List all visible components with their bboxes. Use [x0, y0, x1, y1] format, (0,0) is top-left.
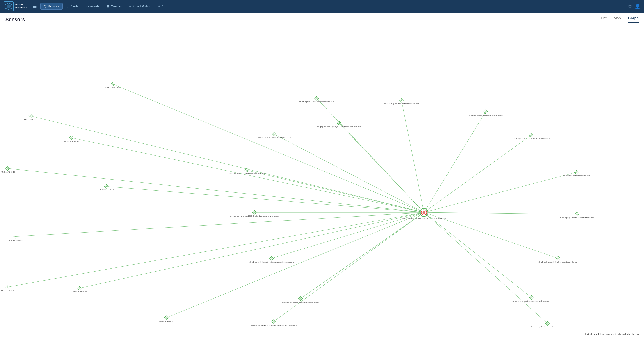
logo-box: N [4, 1, 14, 11]
nav-item-alerts[interactable]: ◇ Alerts [64, 3, 82, 10]
tab-list[interactable]: List [601, 16, 606, 23]
sensor-node[interactable]: i-ARC-10.41.48.16 [8, 235, 23, 241]
svg-marker-29 [112, 83, 114, 85]
sensor-label: lab-sg-hyperv-master.intra.nozominetwork… [512, 300, 551, 302]
svg-line-9 [8, 212, 424, 287]
svg-line-25 [424, 212, 531, 297]
arc-icon: ⌖ [158, 5, 160, 8]
svg-line-17 [424, 135, 531, 212]
sensor-label: ch-lab-sg-ns-hs-1.intra.nozominetworks.c… [256, 136, 292, 138]
sensor-node[interactable]: lab-sg-hyperv-master.intra.nozominetwork… [512, 295, 551, 302]
nav-right: ⚙ 👤 [628, 4, 640, 9]
tab-map[interactable]: Map [614, 16, 621, 23]
sensor-node[interactable]: lab-sg-nsg1-1.intra.nozominetworks.com [531, 321, 564, 328]
svg-line-6 [8, 168, 424, 212]
svg-marker-61 [575, 171, 578, 173]
svg-marker-51 [484, 111, 487, 113]
svg-line-21 [424, 212, 577, 214]
sensor-label: i-ARC-10.41.48.16 [64, 140, 79, 142]
sensor-node[interactable]: lab-r50.intra.nozominetworks.com [563, 170, 590, 177]
svg-line-13 [401, 100, 424, 212]
sensor-label: ch-qa-g-std-nagiva-gem-dyn-1.intra.nozom… [251, 324, 296, 326]
assets-icon: ▭ [86, 5, 89, 8]
sensor-label: i-ARC-10.41.48.16 [0, 171, 15, 173]
alerts-icon: ◇ [67, 5, 69, 8]
nav-item-smart-polling[interactable]: ⟡ Smart Polling [126, 3, 154, 10]
nav-item-arc[interactable]: ⌖ Arc [155, 3, 170, 10]
sensor-node[interactable]: i-ARC-10.41.48.16 [159, 316, 174, 322]
sensor-node[interactable]: ch-qa-g-std-p550-gen-dyn-1.intra.nozomin… [317, 121, 361, 128]
svg-line-10 [79, 212, 424, 288]
sensor-node[interactable]: ch-lab-sg-nsg1-1.intra.nozominetworks.co… [560, 212, 595, 219]
svg-marker-37 [105, 185, 108, 187]
svg-line-24 [300, 212, 424, 299]
svg-marker-59 [246, 169, 248, 171]
svg-line-16 [274, 134, 424, 212]
sensor-node[interactable]: i-ARC-10.41.48.16 [0, 166, 15, 173]
svg-marker-71 [300, 297, 302, 300]
sensor-label: lab-sg-nsg1-1.intra.nozominetworks.com [531, 326, 564, 328]
view-tabs: List Map Graph [601, 16, 638, 23]
svg-marker-39 [14, 235, 16, 238]
user-button[interactable]: 👤 [635, 4, 640, 9]
sensor-node[interactable]: ch-lab-sg-r150-1.intra.nozominetworks.co… [299, 96, 334, 103]
sensor-label: i-ARC-10.41.48.16 [23, 118, 38, 120]
sensor-node[interactable]: ch-qa-g-std-vm-hyperv2012-dyn-1.intra.no… [230, 210, 279, 217]
svg-line-15 [339, 123, 424, 212]
svg-marker-45 [165, 317, 168, 319]
svg-line-26 [274, 212, 424, 321]
sensor-label: ch-lab-sg-ng500rprototype-1.intra.nozomi… [250, 261, 294, 263]
sensor-node[interactable]: ch-lab-sg-hyperv-2019.intra.nozominetwor… [538, 256, 578, 263]
svg-marker-65 [576, 213, 578, 215]
svg-marker-31 [30, 115, 32, 117]
sensor-node[interactable]: i-ARC-10.41.48.16 [105, 82, 120, 89]
sensor-node[interactable]: ch-lab-sg-ng500rprototype-1.intra.nozomi… [250, 256, 294, 263]
sensor-node[interactable]: ch-lab-sg-iox-ic3000.intra.nozominetwork… [282, 296, 320, 303]
sensor-node[interactable]: ch-lab-sg-ns-hs-1.intra.nozominetworks.c… [256, 132, 292, 138]
svg-marker-67 [270, 257, 273, 260]
sensor-node[interactable]: ch-lab-sg-ns1-1.intra.nozominetworks.com [469, 110, 503, 116]
sensor-label: lab-r50.intra.nozominetworks.com [563, 175, 590, 177]
nav-item-queries[interactable]: ⊞ Queries [104, 3, 125, 10]
nav-item-assets[interactable]: ▭ Assets [83, 3, 103, 10]
sensor-node[interactable]: i-ARC-10.41.48.16 [99, 184, 114, 191]
sensor-label: ch-qa-g-std-p550-gen-dyn-1.intra.nozomin… [317, 126, 361, 128]
sensor-label: ch-lab-sg-rx1501-1.intra.nozominetworks.… [228, 173, 265, 175]
graph-svg: i-ARC-10.41.48.16i-ARC-10.41.48.16i-ARC-… [0, 25, 644, 339]
sensor-label: ch-lab-sg-nsg1-1.intra.nozominetworks.co… [560, 217, 595, 219]
svg-line-27 [424, 212, 548, 323]
logo-icon: N [5, 3, 12, 10]
page-title: Sensors [6, 17, 25, 23]
nav-items: ⬡ Sensors ◇ Alerts ▭ Assets ⊞ Queries ⟡ … [40, 3, 170, 10]
svg-line-4 [31, 116, 424, 212]
sensor-label: i-ARC-10.41.48.16 [8, 239, 23, 241]
sensor-node[interactable]: ch-qa-g-std-nagiva-gem-dyn-1.intra.nozom… [251, 319, 296, 326]
sensor-node[interactable]: ch-lab-sg-rx1501-1.intra.nozominetworks.… [228, 168, 265, 175]
svg-marker-69 [557, 257, 559, 260]
nav-item-sensors[interactable]: ⬡ Sensors [40, 3, 63, 10]
sensor-label: ch-lab-sg-hyperv-2019.intra.nozominetwor… [538, 261, 578, 263]
hamburger-button[interactable]: ☰ [31, 2, 38, 11]
sensor-node[interactable]: ch-sg-kvm-guest.intra.nozominetworks.com [384, 98, 419, 105]
svg-point-88 [423, 211, 426, 214]
svg-marker-49 [400, 99, 402, 101]
svg-line-3 [113, 84, 424, 212]
sensor-label: i-ARC-10.41.48.16 [105, 87, 120, 89]
svg-marker-63 [253, 211, 256, 214]
sensor-label: i-ARC-10.41.48.16 [0, 289, 15, 292]
svg-marker-41 [6, 286, 8, 288]
sensors-icon: ⬡ [44, 5, 46, 8]
svg-marker-33 [70, 137, 72, 139]
smart-polling-icon: ⟡ [129, 5, 131, 8]
svg-text:N: N [8, 6, 9, 7]
settings-button[interactable]: ⚙ [628, 4, 632, 9]
svg-marker-55 [273, 133, 275, 135]
svg-line-5 [72, 138, 424, 212]
svg-line-8 [15, 212, 424, 237]
svg-line-7 [106, 186, 424, 212]
svg-line-23 [424, 212, 558, 258]
center-node[interactable]: ch-qa-cmc-std-mlmc100-gen-1.intra.nozomi… [401, 208, 447, 219]
tab-graph[interactable]: Graph [628, 16, 638, 23]
sensor-node[interactable]: ch-lab-sg-rx1501-2.intra.nozominetworks.… [513, 133, 550, 140]
page-header: Sensors List Map Graph [0, 13, 644, 25]
